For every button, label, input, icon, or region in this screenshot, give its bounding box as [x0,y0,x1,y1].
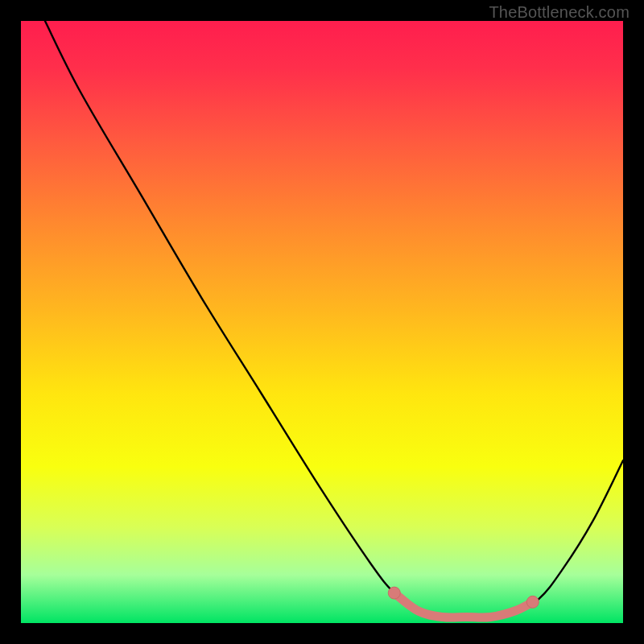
attribution-text: TheBottleneck.com [489,3,630,22]
optimal-range-highlight [394,593,533,618]
curve-layer [21,21,623,623]
plot-area [21,21,623,623]
highlight-end-dot [526,596,539,608]
bottleneck-curve-line [45,21,623,617]
highlight-start-dot [388,587,400,599]
chart-stage: TheBottleneck.com [0,0,644,644]
